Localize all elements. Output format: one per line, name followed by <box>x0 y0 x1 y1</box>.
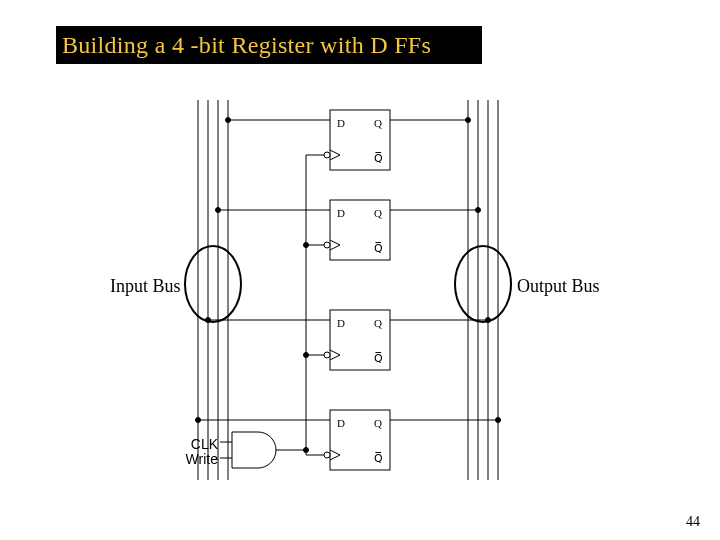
input-bus <box>185 100 241 480</box>
svg-point-3 <box>324 242 330 248</box>
svg-point-31 <box>486 318 491 323</box>
d-flipflop-2: D Q Q̅ <box>324 310 390 370</box>
svg-point-5 <box>324 352 330 358</box>
svg-point-29 <box>476 208 481 213</box>
ff-qbar-label: Q̅ <box>374 352 383 364</box>
svg-point-1 <box>324 152 330 158</box>
svg-point-16 <box>216 208 221 213</box>
ff-d-label: D <box>337 117 345 129</box>
svg-point-42 <box>304 448 309 453</box>
svg-point-40 <box>304 243 309 248</box>
ff-q-label: Q <box>374 417 382 429</box>
ff-qbar-label: Q̅ <box>374 452 383 464</box>
svg-point-18 <box>206 318 211 323</box>
svg-point-38 <box>304 353 309 358</box>
svg-point-12 <box>185 246 241 322</box>
circuit-diagram: D Q Q̅ D Q Q̅ D Q Q̅ D Q Q̅ <box>0 0 720 540</box>
ff-q-label: Q <box>374 317 382 329</box>
d-flipflop-1: D Q Q̅ <box>324 200 390 260</box>
d-flipflop-0: D Q Q̅ <box>324 110 390 170</box>
svg-point-7 <box>324 452 330 458</box>
ff-d-label: D <box>337 417 345 429</box>
ff-d-label: D <box>337 317 345 329</box>
svg-point-14 <box>226 118 231 123</box>
ff-qbar-label: Q̅ <box>374 152 383 164</box>
input-taps <box>196 118 331 423</box>
svg-point-20 <box>196 418 201 423</box>
ff-q-label: Q <box>374 207 382 219</box>
svg-point-27 <box>466 118 471 123</box>
ff-q-label: Q <box>374 117 382 129</box>
svg-point-25 <box>455 246 511 322</box>
and-gate <box>232 432 276 468</box>
clock-net <box>276 155 324 455</box>
ff-qbar-label: Q̅ <box>374 242 383 254</box>
d-flipflop-3: D Q Q̅ <box>324 410 390 470</box>
output-bus <box>455 100 511 480</box>
output-taps <box>390 118 501 423</box>
ff-d-label: D <box>337 207 345 219</box>
svg-point-33 <box>496 418 501 423</box>
